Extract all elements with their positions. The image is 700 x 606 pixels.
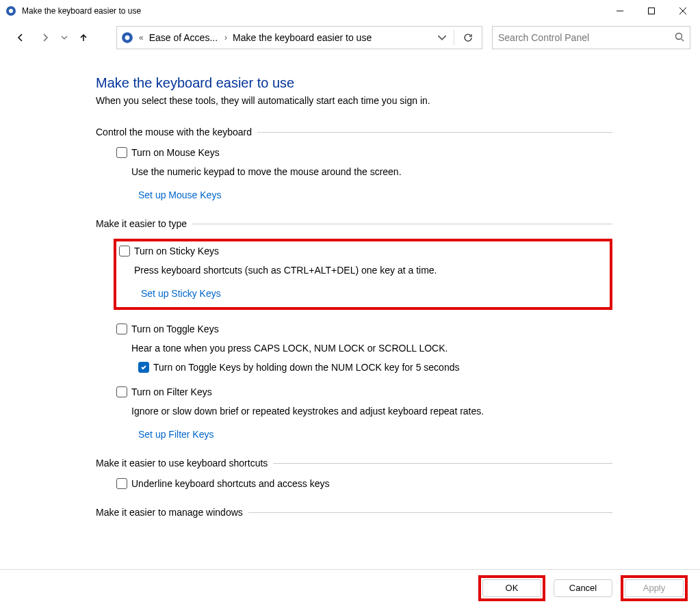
minimize-button[interactable] [604, 0, 636, 22]
checkbox-mouse-keys[interactable] [116, 147, 127, 158]
address-bar[interactable]: « Ease of Acces... › Make the keyboard e… [116, 26, 482, 49]
maximize-button[interactable] [636, 0, 667, 22]
section-title-type: Make it easier to type [96, 218, 612, 229]
chevron-right-icon[interactable]: › [222, 33, 229, 42]
section-title-windows: Make it easier to manage windows [96, 507, 612, 518]
option-filter-keys: Turn on Filter Keys Ignore or slow down … [116, 386, 612, 440]
control-panel-icon [121, 31, 133, 44]
option-mouse-keys: Turn on Mouse Keys Use the numeric keypa… [116, 147, 612, 200]
search-box[interactable] [492, 26, 690, 49]
label-mouse-keys[interactable]: Turn on Mouse Keys [131, 147, 220, 158]
refresh-button[interactable] [458, 33, 478, 42]
address-dropdown-button[interactable] [435, 33, 450, 42]
content: Make the keyboard easier to use When you… [0, 62, 695, 541]
checkbox-toggle-keys-numlock[interactable] [138, 362, 149, 373]
option-sticky-keys-highlighted: Turn on Sticky Keys Press keyboard short… [114, 239, 612, 310]
breadcrumb-sep-icon[interactable]: « [136, 33, 145, 42]
label-sticky-keys[interactable]: Turn on Sticky Keys [134, 246, 219, 256]
svg-point-1 [9, 9, 13, 13]
ok-button-highlight: OK [478, 575, 545, 601]
svg-point-7 [125, 36, 130, 40]
desc-mouse-keys: Use the numeric keypad to move the mouse… [131, 166, 612, 177]
nav-row: « Ease of Acces... › Make the keyboard e… [0, 22, 700, 53]
desc-filter-keys: Ignore or slow down brief or repeated ke… [131, 406, 612, 417]
control-panel-icon [5, 5, 16, 16]
search-input[interactable] [498, 32, 675, 43]
section-mouse: Control the mouse with the keyboard Turn… [96, 127, 612, 200]
apply-button[interactable]: Apply [625, 579, 684, 597]
desc-sticky-keys: Press keyboard shortcuts (such as CTRL+A… [134, 265, 604, 276]
svg-point-8 [676, 33, 682, 39]
link-setup-filter-keys[interactable]: Set up Filter Keys [138, 429, 214, 440]
section-title-shortcuts: Make it easier to use keyboard shortcuts [96, 458, 612, 469]
content-scroll[interactable]: Make the keyboard easier to use When you… [0, 62, 695, 568]
up-button[interactable] [73, 27, 94, 49]
footer: OK Cancel Apply [0, 569, 700, 606]
close-button[interactable] [667, 0, 699, 22]
section-title-mouse: Control the mouse with the keyboard [96, 127, 612, 137]
apply-button-highlight: Apply [621, 575, 688, 601]
page-title: Make the keyboard easier to use [96, 75, 612, 91]
forward-button[interactable] [34, 27, 56, 49]
svg-rect-3 [649, 8, 655, 14]
link-setup-sticky-keys[interactable]: Set up Sticky Keys [141, 288, 221, 299]
back-button[interactable] [10, 27, 31, 49]
label-filter-keys[interactable]: Turn on Filter Keys [131, 386, 212, 397]
label-toggle-keys-numlock[interactable]: Turn on Toggle Keys by holding down the … [153, 362, 459, 373]
checkbox-toggle-keys[interactable] [116, 324, 127, 334]
section-shortcuts: Make it easier to use keyboard shortcuts… [96, 458, 612, 489]
recent-locations-button[interactable] [59, 27, 70, 49]
section-windows: Make it easier to manage windows [96, 507, 612, 518]
cancel-button[interactable]: Cancel [554, 579, 612, 597]
desc-toggle-keys: Hear a tone when you press CAPS LOCK, NU… [131, 343, 612, 354]
titlebar: Make the keyboard easier to use [0, 0, 700, 22]
svg-line-9 [682, 39, 684, 41]
page-subtitle: When you select these tools, they will a… [96, 95, 612, 106]
search-icon[interactable] [675, 32, 684, 44]
breadcrumb-item-ease[interactable]: Ease of Acces... [148, 31, 219, 44]
option-underline-shortcuts: Underline keyboard shortcuts and access … [116, 478, 612, 489]
label-toggle-keys[interactable]: Turn on Toggle Keys [131, 324, 219, 334]
label-underline-shortcuts[interactable]: Underline keyboard shortcuts and access … [131, 478, 329, 489]
checkbox-underline-shortcuts[interactable] [116, 478, 127, 489]
option-toggle-keys: Turn on Toggle Keys Hear a tone when you… [116, 324, 612, 373]
link-setup-mouse-keys[interactable]: Set up Mouse Keys [138, 189, 221, 200]
breadcrumb-item-current[interactable]: Make the keyboard easier to use [231, 31, 373, 44]
checkbox-sticky-keys[interactable] [119, 246, 130, 256]
ok-button[interactable]: OK [482, 579, 541, 597]
checkbox-filter-keys[interactable] [116, 386, 127, 397]
section-type: Make it easier to type Turn on Sticky Ke… [96, 218, 612, 440]
window-title: Make the keyboard easier to use [22, 6, 604, 16]
